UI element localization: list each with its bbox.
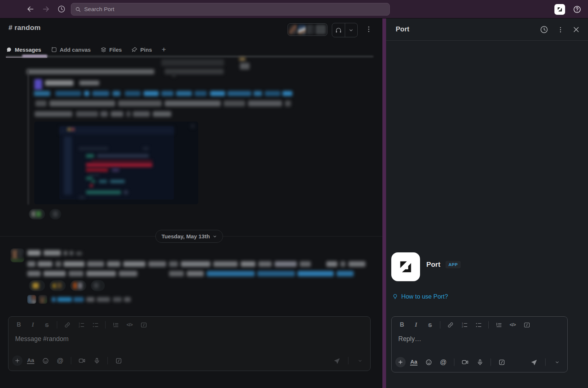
ordered-list-button[interactable]: 12: [458, 320, 471, 330]
strikethrough-button[interactable]: S: [423, 320, 437, 330]
audio-button[interactable]: [473, 357, 486, 367]
send-button[interactable]: [330, 355, 343, 366]
code-block-button[interactable]: [520, 320, 533, 330]
divider: [491, 358, 491, 366]
bulleted-list-button[interactable]: [472, 320, 485, 330]
canvas-icon: [51, 47, 57, 53]
port-logo-icon: [397, 258, 414, 275]
arrow-right-icon: [42, 5, 50, 13]
bold-button[interactable]: B: [12, 320, 25, 330]
code-icon: </>: [127, 322, 133, 327]
blockquote-button[interactable]: [109, 320, 122, 330]
divider: [545, 358, 546, 366]
slash-command-icon: [498, 359, 505, 366]
search-input[interactable]: Search Port: [71, 3, 390, 16]
link-icon: [64, 321, 71, 329]
chevron-down-icon: [213, 234, 217, 239]
add-tab-button[interactable]: +: [162, 45, 166, 54]
arrow-left-icon: [27, 5, 34, 13]
port-app-topbar-icon[interactable]: [554, 4, 565, 15]
member-avatars-button[interactable]: [288, 23, 327, 36]
huddle-button[interactable]: [332, 23, 358, 37]
huddle-more-button[interactable]: [345, 23, 358, 37]
bold-button[interactable]: B: [395, 320, 409, 330]
emoji-icon: [42, 357, 49, 364]
reaction-pill[interactable]: [49, 280, 66, 291]
bulleted-list-icon: [92, 321, 99, 329]
mention-button[interactable]: @: [437, 357, 450, 367]
code-button[interactable]: </>: [506, 320, 519, 330]
ordered-list-button[interactable]: 12: [75, 320, 88, 330]
mention-button[interactable]: @: [54, 355, 67, 366]
tab-add-canvas[interactable]: Add canvas: [51, 47, 91, 53]
format-toggle-button[interactable]: Aa: [407, 357, 420, 367]
code-button[interactable]: </>: [123, 320, 136, 330]
reaction-pill[interactable]: [49, 209, 61, 219]
plus-icon: [14, 358, 20, 364]
port-app-logo: [391, 252, 420, 281]
code-block-button[interactable]: [137, 320, 150, 330]
close-panel-button[interactable]: [572, 26, 580, 33]
divider: [488, 321, 489, 329]
ordered-list-icon: 12: [78, 321, 85, 329]
tab-messages[interactable]: Messages: [6, 47, 41, 53]
video-button[interactable]: [75, 355, 89, 366]
reaction-pill[interactable]: [29, 209, 45, 219]
blockquote-button[interactable]: [492, 320, 505, 330]
link-button[interactable]: [61, 320, 74, 330]
member-count: [316, 25, 326, 34]
microphone-icon: [93, 357, 100, 364]
italic-button[interactable]: I: [409, 320, 423, 330]
panel-more-button[interactable]: [557, 26, 564, 34]
attach-button[interactable]: [12, 355, 23, 366]
strikethrough-icon: S: [428, 322, 432, 328]
history-forward-button[interactable]: [40, 3, 52, 15]
message-input[interactable]: Message #random: [12, 331, 367, 353]
shortcuts-button[interactable]: [112, 355, 125, 366]
bulleted-list-button[interactable]: [89, 320, 102, 330]
schedule-send-button[interactable]: [550, 357, 564, 367]
bold-icon: B: [17, 321, 21, 328]
strikethrough-button[interactable]: S: [40, 320, 54, 330]
emoji-button[interactable]: [422, 357, 435, 367]
clock-icon: [540, 25, 549, 34]
avatar[interactable]: [10, 248, 24, 262]
history-button[interactable]: [55, 3, 67, 15]
reaction-pill[interactable]: [70, 280, 86, 291]
history-button[interactable]: [540, 25, 549, 34]
format-toggle-button[interactable]: Aa: [24, 355, 37, 366]
help-button[interactable]: [571, 3, 583, 15]
tab-files[interactable]: Files: [100, 47, 122, 53]
clock-icon: [57, 5, 66, 13]
date-divider[interactable]: Tuesday, May 13th: [155, 230, 223, 243]
screenshot-attachment[interactable]: [34, 122, 198, 204]
blockquote-icon: [112, 321, 119, 329]
panel-resize-divider[interactable]: [382, 18, 386, 388]
help-link[interactable]: How to use Port?: [401, 293, 448, 300]
send-button[interactable]: [527, 357, 540, 367]
reaction-pill[interactable]: [91, 280, 105, 291]
avatar: [34, 79, 42, 90]
channel-more-button[interactable]: [365, 25, 373, 33]
chevron-down-icon: [555, 360, 560, 365]
kebab-icon: [557, 26, 564, 34]
schedule-send-button[interactable]: [353, 355, 367, 366]
reply-input[interactable]: Reply…: [395, 331, 564, 354]
video-button[interactable]: [458, 357, 472, 367]
layers-icon: [100, 47, 107, 53]
app-name: Port: [426, 261, 440, 269]
reaction-pill[interactable]: [29, 280, 45, 291]
tab-pins[interactable]: Pins: [131, 47, 152, 53]
panel-title: Port: [396, 25, 409, 33]
svg-text:1: 1: [78, 322, 80, 324]
avatar: [289, 25, 297, 34]
shortcuts-button[interactable]: [495, 357, 508, 367]
italic-button[interactable]: I: [26, 320, 39, 330]
emoji-button[interactable]: [39, 355, 52, 366]
emoji-icon: [425, 359, 432, 366]
link-button[interactable]: [444, 320, 457, 330]
audio-button[interactable]: [90, 355, 103, 366]
history-back-button[interactable]: [24, 3, 36, 15]
code-icon: </>: [510, 322, 516, 327]
attach-button[interactable]: [395, 357, 406, 367]
